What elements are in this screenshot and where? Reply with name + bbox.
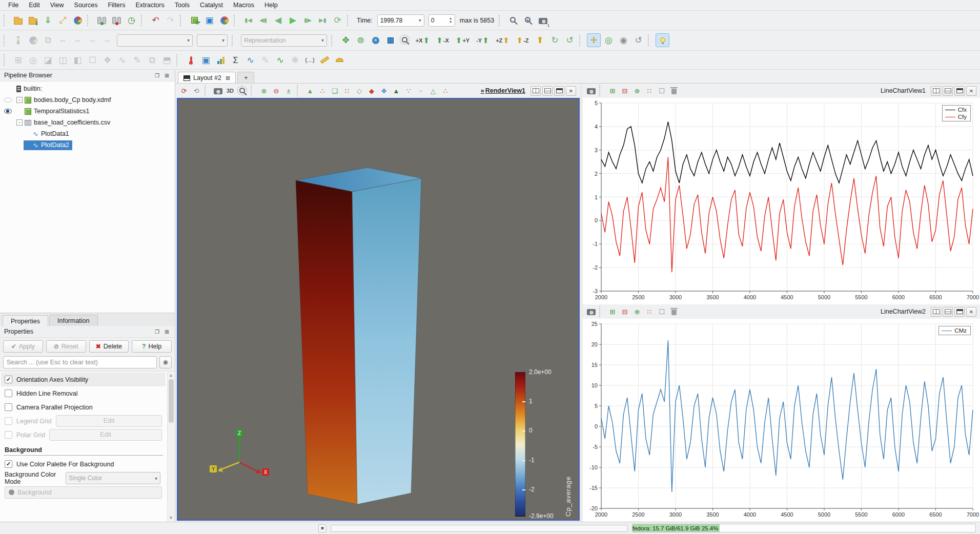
select-cells-through-icon[interactable]: ❏ — [329, 86, 340, 96]
search-input[interactable] — [3, 356, 157, 368]
set-view-minus-z-icon[interactable]: ⬆-Z — [513, 33, 532, 47]
line-chart-1[interactable]: 2000250030003500400045005000550060006500… — [583, 98, 980, 304]
modify-selection-icon[interactable]: ⊕ — [631, 306, 643, 317]
select-points-icon[interactable]: ∷ — [644, 306, 655, 317]
select-points-on-icon[interactable]: ∴ — [317, 86, 328, 96]
close-dock-icon[interactable]: ⊠ — [163, 328, 171, 336]
previous-frame-icon[interactable]: ◀▮ — [256, 13, 270, 27]
clear-selection-icon[interactable] — [668, 86, 680, 96]
set-view-minus-x-icon[interactable]: ⬆-X — [433, 33, 452, 47]
remove-selection-icon[interactable]: ⊟ — [619, 306, 630, 317]
checkbox-use-color-palette-for-background[interactable]: ✓ — [5, 460, 12, 468]
chart-camera-icon[interactable] — [585, 86, 597, 96]
add-selection-icon[interactable]: ⊕ — [258, 86, 270, 96]
save-animation-icon[interactable] — [71, 13, 85, 27]
render-viewport[interactable]: Cp_average 2.0e+0010-1-2-2.9e+00 ZXY — [177, 98, 580, 521]
pick-center-icon[interactable]: ◉ — [617, 33, 630, 47]
programmable-filter-icon[interactable]: {…} — [303, 53, 317, 67]
split-horizontal-button[interactable] — [530, 86, 541, 96]
select-cells-on-icon[interactable]: ▲ — [304, 86, 316, 96]
box-select-icon[interactable]: ☐ — [656, 86, 667, 96]
menu-macros[interactable]: Macros — [228, 1, 259, 10]
play-backward-icon[interactable]: ◀ — [271, 13, 285, 27]
start-selection-icon[interactable]: ⊞ — [607, 86, 618, 96]
show-center-of-rotation-icon[interactable]: ✛ — [587, 33, 601, 47]
scroll-down-icon[interactable]: ▼ — [169, 515, 173, 521]
histogram-icon[interactable] — [214, 53, 228, 67]
capture-screenshot-icon[interactable]: ⤢ — [56, 13, 70, 27]
play-icon[interactable]: ▶ — [286, 13, 300, 27]
float-dock-icon[interactable]: ❐ — [153, 72, 161, 79]
reset-camera-icon[interactable]: ✥ — [339, 33, 353, 47]
split-horizontal-button[interactable] — [931, 307, 941, 317]
chart-plot-area[interactable]: 2000250030003500400045005000550060006500… — [583, 319, 980, 522]
render-zoom-to-box-icon[interactable] — [237, 86, 248, 96]
delete-button[interactable]: ✖Delete — [89, 340, 129, 353]
protractor-icon[interactable] — [333, 53, 346, 67]
chart-plot-area[interactable]: 2000250030003500400045005000550060006500… — [583, 98, 980, 304]
interactive-select-cells-icon[interactable]: ▲ — [391, 86, 402, 96]
set-view-plus-x-icon[interactable]: +X⬆ — [413, 33, 432, 47]
split-horizontal-button[interactable] — [931, 86, 941, 96]
zoom-add-icon[interactable] — [521, 13, 535, 27]
toggle-3d-button[interactable]: 3D — [224, 86, 236, 96]
rotate-90-clockwise-icon[interactable]: ↻ — [548, 33, 562, 47]
server-connect-icon[interactable] — [95, 13, 109, 27]
component-combo[interactable]: ▾ — [197, 34, 228, 47]
reset-session-icon[interactable]: ◷ — [125, 13, 138, 27]
save-data-icon[interactable]: ⇓ — [41, 13, 55, 27]
loop-icon[interactable]: ⟳ — [331, 13, 344, 27]
layout-tab[interactable]: Layout #2 ⊠ — [178, 72, 236, 83]
edit-color-map-icon[interactable] — [217, 13, 231, 27]
menu-file[interactable]: File — [3, 1, 24, 10]
time-value-combo[interactable]: 1999.78▾ — [377, 14, 424, 27]
tab-properties[interactable]: Properties — [3, 315, 48, 326]
save-state-icon[interactable] — [26, 13, 40, 27]
toggle-selection-icon[interactable]: ± — [283, 86, 294, 96]
gear-icon[interactable]: ✺ — [159, 356, 172, 368]
checkbox-orientation-axes-visibility[interactable]: ✓ — [5, 376, 12, 383]
expander-icon[interactable]: - — [16, 97, 23, 103]
properties-scrollbar[interactable]: ▲ ▼ — [167, 372, 174, 521]
isometric-view-icon[interactable]: ⬆ — [533, 33, 547, 47]
maximize-button[interactable] — [954, 86, 965, 96]
auto-apply-icon[interactable]: ▣ — [202, 13, 216, 27]
box-select-icon[interactable]: ☐ — [656, 306, 667, 317]
pipeline-item-plotdata2[interactable]: ∿PlotData2 — [0, 139, 175, 151]
select-points-through-icon[interactable]: ∷ — [341, 86, 353, 96]
scroll-up-icon[interactable]: ▲ — [169, 372, 173, 379]
color-by-combo[interactable]: ▾ — [117, 34, 193, 47]
plot-over-time-icon[interactable]: ∿ — [243, 53, 257, 67]
tab-information[interactable]: Information — [49, 315, 98, 326]
representation-combo[interactable]: Representation▾ — [241, 34, 327, 47]
camera-bookmark-icon[interactable]: 1 — [536, 13, 550, 27]
split-vertical-button[interactable] — [542, 86, 553, 96]
probe-location-icon[interactable] — [184, 53, 198, 67]
extract-selection-icon[interactable]: ▣ — [199, 53, 213, 67]
subtract-selection-icon[interactable]: ⊖ — [271, 86, 282, 96]
zoom-closest-to-data-icon[interactable] — [383, 33, 397, 47]
chart-camera-icon[interactable] — [585, 306, 597, 317]
close-layout-icon[interactable]: ⊠ — [226, 75, 230, 81]
integrate-variables-icon[interactable]: Σ — [229, 53, 242, 67]
open-file-icon[interactable] — [11, 13, 25, 27]
set-view-plus-z-icon[interactable]: +Z⬆ — [493, 33, 512, 47]
select-points-polygon-icon[interactable]: ◆ — [366, 86, 377, 96]
interactive-select-points-icon[interactable]: ∵ — [403, 86, 414, 96]
scrollbar-thumb[interactable] — [169, 379, 174, 423]
zoom-to-box-icon[interactable] — [398, 33, 412, 47]
render-camera-icon[interactable] — [212, 86, 223, 96]
menu-tools[interactable]: Tools — [170, 1, 195, 10]
expander-icon[interactable]: - — [16, 119, 23, 126]
checkbox-camera-parallel-projection[interactable] — [5, 403, 12, 411]
color-bar[interactable]: Cp_average 2.0e+0010-1-2-2.9e+00 — [515, 372, 579, 521]
clear-selection-icon[interactable] — [668, 306, 680, 317]
checkbox-hidden-line-removal[interactable] — [5, 389, 12, 397]
first-frame-icon[interactable]: ▮◀ — [241, 13, 255, 27]
frame-spinbox[interactable]: 0▲▼ — [428, 14, 455, 27]
maximize-button[interactable] — [954, 307, 965, 317]
maximize-button[interactable] — [554, 86, 564, 96]
menu-extractors[interactable]: Extractors — [130, 1, 169, 10]
reset-camera-closest-icon[interactable]: ✕ — [369, 33, 382, 47]
hover-cells-icon[interactable]: △ — [427, 86, 439, 96]
